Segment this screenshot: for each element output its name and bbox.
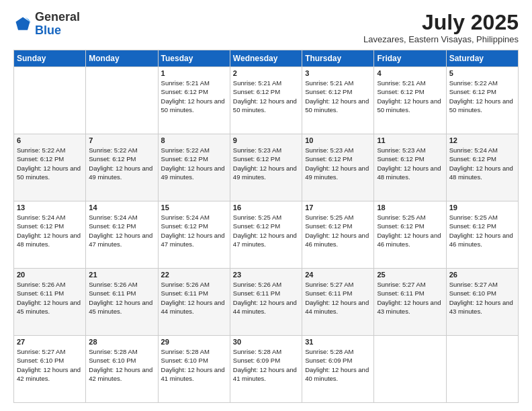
calendar-cell: 4Sunrise: 5:21 AMSunset: 6:12 PMDaylight…: [374, 67, 446, 134]
day-number: 8: [161, 136, 227, 144]
day-info: Sunrise: 5:26 AMSunset: 6:11 PMDaylight:…: [17, 280, 83, 316]
day-info: Sunrise: 5:21 AMSunset: 6:12 PMDaylight:…: [233, 79, 299, 114]
day-info: Sunrise: 5:27 AMSunset: 6:10 PMDaylight:…: [17, 347, 83, 383]
logo-icon: [13, 15, 32, 34]
calendar-cell: 27Sunrise: 5:27 AMSunset: 6:10 PMDayligh…: [14, 336, 86, 403]
calendar-cell: [446, 336, 518, 403]
location-title: Lavezares, Eastern Visayas, Philippines: [363, 34, 519, 44]
calendar-cell: 16Sunrise: 5:25 AMSunset: 6:12 PMDayligh…: [230, 201, 302, 269]
day-number: 22: [161, 271, 227, 279]
day-number: 29: [161, 338, 227, 346]
calendar-cell: 7Sunrise: 5:22 AMSunset: 6:12 PMDaylight…: [86, 134, 158, 201]
calendar-cell: 29Sunrise: 5:28 AMSunset: 6:10 PMDayligh…: [158, 336, 230, 403]
day-info: Sunrise: 5:22 AMSunset: 6:12 PMDaylight:…: [17, 146, 83, 181]
day-number: 4: [377, 69, 443, 77]
calendar-cell: [374, 336, 446, 403]
day-number: 10: [305, 136, 371, 144]
day-info: Sunrise: 5:26 AMSunset: 6:11 PMDaylight:…: [161, 280, 227, 316]
day-number: 30: [233, 338, 299, 346]
day-info: Sunrise: 5:25 AMSunset: 6:12 PMDaylight:…: [233, 213, 299, 248]
weekday-header-thursday: Thursday: [302, 50, 374, 67]
day-number: 3: [305, 69, 371, 77]
day-number: 18: [377, 203, 443, 212]
day-info: Sunrise: 5:27 AMSunset: 6:10 PMDaylight:…: [449, 280, 515, 316]
calendar-cell: 5Sunrise: 5:22 AMSunset: 6:12 PMDaylight…: [446, 67, 518, 134]
calendar-cell: 17Sunrise: 5:25 AMSunset: 6:12 PMDayligh…: [302, 201, 374, 269]
calendar-cell: 15Sunrise: 5:24 AMSunset: 6:12 PMDayligh…: [158, 201, 230, 269]
day-info: Sunrise: 5:21 AMSunset: 6:12 PMDaylight:…: [161, 79, 227, 114]
calendar-cell: 6Sunrise: 5:22 AMSunset: 6:12 PMDaylight…: [14, 134, 86, 201]
calendar-cell: 14Sunrise: 5:24 AMSunset: 6:12 PMDayligh…: [86, 201, 158, 269]
weekday-header-tuesday: Tuesday: [158, 50, 230, 67]
day-number: 17: [305, 203, 371, 212]
day-number: 11: [377, 136, 443, 144]
day-info: Sunrise: 5:28 AMSunset: 6:09 PMDaylight:…: [233, 347, 299, 383]
day-info: Sunrise: 5:26 AMSunset: 6:11 PMDaylight:…: [89, 280, 154, 316]
day-number: 6: [17, 136, 83, 144]
day-info: Sunrise: 5:23 AMSunset: 6:12 PMDaylight:…: [233, 146, 299, 181]
day-info: Sunrise: 5:24 AMSunset: 6:12 PMDaylight:…: [161, 213, 227, 248]
day-number: 21: [89, 271, 154, 279]
day-number: 20: [17, 271, 83, 279]
header: General Blue July 2025 Lavezares, Easter…: [13, 11, 519, 44]
weekday-header-monday: Monday: [86, 50, 158, 67]
calendar-cell: 25Sunrise: 5:27 AMSunset: 6:11 PMDayligh…: [374, 269, 446, 336]
calendar-cell: 12Sunrise: 5:24 AMSunset: 6:12 PMDayligh…: [446, 134, 518, 201]
day-info: Sunrise: 5:24 AMSunset: 6:12 PMDaylight:…: [449, 146, 515, 181]
day-number: 5: [449, 69, 515, 77]
day-info: Sunrise: 5:28 AMSunset: 6:10 PMDaylight:…: [161, 347, 227, 383]
day-info: Sunrise: 5:26 AMSunset: 6:11 PMDaylight:…: [233, 280, 299, 316]
calendar-cell: 10Sunrise: 5:23 AMSunset: 6:12 PMDayligh…: [302, 134, 374, 201]
calendar-cell: 24Sunrise: 5:27 AMSunset: 6:11 PMDayligh…: [302, 269, 374, 336]
day-number: 7: [89, 136, 154, 144]
calendar-cell: [86, 67, 158, 134]
logo-blue-text: Blue: [35, 24, 61, 37]
title-block: July 2025 Lavezares, Eastern Visayas, Ph…: [363, 11, 519, 44]
day-number: 23: [233, 271, 299, 279]
day-number: 13: [17, 203, 83, 212]
calendar-cell: 20Sunrise: 5:26 AMSunset: 6:11 PMDayligh…: [14, 269, 86, 336]
logo-general-text: General: [35, 10, 80, 24]
day-number: 27: [17, 338, 83, 346]
calendar-cell: 2Sunrise: 5:21 AMSunset: 6:12 PMDaylight…: [230, 67, 302, 134]
calendar-cell: 3Sunrise: 5:21 AMSunset: 6:12 PMDaylight…: [302, 67, 374, 134]
calendar-cell: [14, 67, 86, 134]
day-info: Sunrise: 5:22 AMSunset: 6:12 PMDaylight:…: [161, 146, 227, 181]
calendar-cell: 8Sunrise: 5:22 AMSunset: 6:12 PMDaylight…: [158, 134, 230, 201]
day-info: Sunrise: 5:24 AMSunset: 6:12 PMDaylight:…: [17, 213, 83, 248]
calendar-cell: 1Sunrise: 5:21 AMSunset: 6:12 PMDaylight…: [158, 67, 230, 134]
calendar-cell: 31Sunrise: 5:28 AMSunset: 6:09 PMDayligh…: [302, 336, 374, 403]
day-info: Sunrise: 5:23 AMSunset: 6:12 PMDaylight:…: [305, 146, 371, 181]
calendar-cell: 30Sunrise: 5:28 AMSunset: 6:09 PMDayligh…: [230, 336, 302, 403]
day-info: Sunrise: 5:22 AMSunset: 6:12 PMDaylight:…: [89, 146, 154, 181]
calendar-cell: 13Sunrise: 5:24 AMSunset: 6:12 PMDayligh…: [14, 201, 86, 269]
day-info: Sunrise: 5:22 AMSunset: 6:12 PMDaylight:…: [449, 79, 515, 114]
calendar-cell: 18Sunrise: 5:25 AMSunset: 6:12 PMDayligh…: [374, 201, 446, 269]
logo: General Blue: [13, 11, 80, 38]
day-info: Sunrise: 5:27 AMSunset: 6:11 PMDaylight:…: [305, 280, 371, 316]
day-info: Sunrise: 5:21 AMSunset: 6:12 PMDaylight:…: [377, 79, 443, 114]
day-info: Sunrise: 5:25 AMSunset: 6:12 PMDaylight:…: [377, 213, 443, 248]
day-number: 26: [449, 271, 515, 279]
day-number: 25: [377, 271, 443, 279]
day-number: 14: [89, 203, 154, 212]
weekday-header-friday: Friday: [374, 50, 446, 67]
day-info: Sunrise: 5:25 AMSunset: 6:12 PMDaylight:…: [449, 213, 515, 248]
day-number: 16: [233, 203, 299, 212]
day-info: Sunrise: 5:25 AMSunset: 6:12 PMDaylight:…: [305, 213, 371, 248]
day-info: Sunrise: 5:28 AMSunset: 6:09 PMDaylight:…: [305, 347, 371, 383]
day-number: 24: [305, 271, 371, 279]
day-number: 28: [89, 338, 154, 346]
calendar-cell: 9Sunrise: 5:23 AMSunset: 6:12 PMDaylight…: [230, 134, 302, 201]
calendar-cell: 23Sunrise: 5:26 AMSunset: 6:11 PMDayligh…: [230, 269, 302, 336]
month-title: July 2025: [363, 11, 519, 34]
day-info: Sunrise: 5:27 AMSunset: 6:11 PMDaylight:…: [377, 280, 443, 316]
day-number: 19: [449, 203, 515, 212]
weekday-header-wednesday: Wednesday: [230, 50, 302, 67]
day-number: 9: [233, 136, 299, 144]
day-info: Sunrise: 5:28 AMSunset: 6:10 PMDaylight:…: [89, 347, 154, 383]
weekday-header-sunday: Sunday: [14, 50, 86, 67]
calendar-cell: 19Sunrise: 5:25 AMSunset: 6:12 PMDayligh…: [446, 201, 518, 269]
day-info: Sunrise: 5:23 AMSunset: 6:12 PMDaylight:…: [377, 146, 443, 181]
day-number: 31: [305, 338, 371, 346]
